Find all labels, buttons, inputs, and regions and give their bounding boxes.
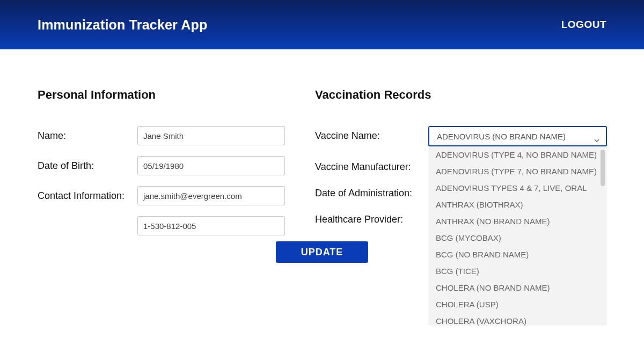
name-input[interactable] [137,126,285,145]
dropdown-option[interactable]: ADENOVIRUS TYPES 4 & 7, LIVE, ORAL [428,180,607,196]
administration-date-label: Date of Administration: [315,183,428,199]
dropdown-option[interactable]: BCG (TICE) [428,263,607,279]
dropdown-option[interactable]: ADENOVIRUS (TYPE 7, NO BRAND NAME) [428,163,607,180]
vaccination-records-title: Vaccination Records [315,88,607,102]
phone-input[interactable] [137,216,285,235]
personal-info-section: Personal Information Name: Date of Birth… [38,88,315,262]
update-button[interactable]: UPDATE [276,241,368,263]
dropdown-option[interactable]: CHOLERA (USP) [428,296,607,313]
personal-info-title: Personal Information [38,88,315,102]
contact-label: Contact Information: [38,186,137,205]
vaccine-name-row: Vaccine Name: ADENOVIRUS (NO BRAND NAME)… [315,126,607,146]
dropdown-option[interactable]: CHOLERA (VAXCHORA) [428,313,607,326]
dropdown-option[interactable]: CHOLERA (NO BRAND NAME) [428,279,607,296]
dropdown-scrollbar[interactable] [601,150,605,186]
dob-row: Date of Birth: [38,156,315,175]
name-label: Name: [38,126,137,145]
dob-input[interactable] [137,156,285,175]
phone-row [38,216,315,235]
vaccine-name-label: Vaccine Name: [315,126,428,146]
contact-row: Contact Information: [38,186,315,205]
vaccination-records-section: Vaccination Records Vaccine Name: ADENOV… [315,88,607,262]
vaccine-name-dropdown: ADENOVIRUS (TYPE 4, NO BRAND NAME) ADENO… [428,146,607,326]
vaccine-name-select-wrapper: ADENOVIRUS (NO BRAND NAME) ADENOVIRUS (T… [428,126,607,146]
logout-button[interactable]: LOGOUT [561,19,606,31]
app-title: Immunization Tracker App [38,17,207,33]
dob-label: Date of Birth: [38,156,137,175]
dropdown-option[interactable]: ANTHRAX (BIOTHRAX) [428,196,607,213]
name-row: Name: [38,126,315,145]
dropdown-option[interactable]: ANTHRAX (NO BRAND NAME) [428,213,607,230]
email-input[interactable] [137,186,285,205]
provider-label: Healthcare Provider: [315,210,428,225]
manufacturer-label: Vaccine Manufacturer: [315,157,428,173]
dropdown-option[interactable]: BCG (NO BRAND NAME) [428,246,607,263]
dropdown-option[interactable]: BCG (MYCOBAX) [428,230,607,246]
dropdown-option[interactable]: ADENOVIRUS (TYPE 4, NO BRAND NAME) [428,146,607,163]
main-content: Personal Information Name: Date of Birth… [0,49,644,262]
phone-label-spacer [38,216,137,235]
vaccine-name-select[interactable]: ADENOVIRUS (NO BRAND NAME) [428,126,607,146]
app-header: Immunization Tracker App LOGOUT [0,0,644,49]
vaccine-name-selected-value: ADENOVIRUS (NO BRAND NAME) [437,132,566,141]
chevron-down-icon [594,135,599,138]
